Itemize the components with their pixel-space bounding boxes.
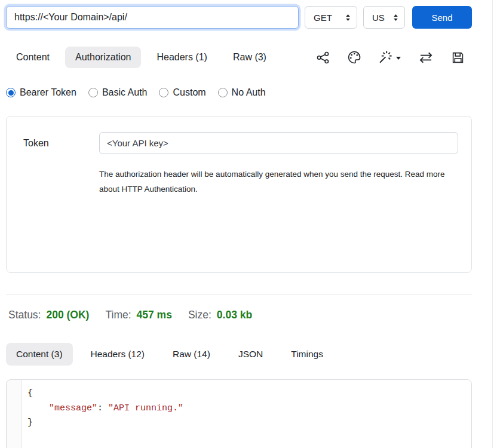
toolbar xyxy=(316,50,472,65)
token-input[interactable] xyxy=(99,132,458,154)
response-status-row: Status: 200 (OK) Time: 457 ms Size: 0.03… xyxy=(6,309,472,321)
radio-unselected-icon xyxy=(159,88,168,97)
status-code: 200 (OK) xyxy=(46,309,89,321)
response-time: 457 ms xyxy=(137,309,172,321)
response-size: 0.03 kb xyxy=(217,309,252,321)
updown-arrows-icon xyxy=(345,14,351,22)
method-select-value: GET xyxy=(314,13,332,23)
save-icon xyxy=(451,51,465,65)
request-tabs: Content Authorization Headers (1) Raw (3… xyxy=(6,47,277,68)
radio-custom[interactable]: Custom xyxy=(159,87,205,98)
radio-unselected-icon xyxy=(218,88,228,97)
swap-arrows-icon xyxy=(418,51,434,64)
scrollbar-track[interactable] xyxy=(492,0,500,448)
request-bar: GET US Send xyxy=(6,6,472,29)
theme-button[interactable] xyxy=(347,50,361,65)
radio-no-auth[interactable]: No Auth xyxy=(218,87,266,98)
updown-arrows-icon xyxy=(393,14,398,22)
save-button[interactable] xyxy=(451,51,465,65)
tab-content[interactable]: Content xyxy=(6,47,60,68)
auth-help-text: The authorization header will be automat… xyxy=(99,167,458,197)
tab-headers[interactable]: Headers (1) xyxy=(146,47,217,68)
auth-options: Bearer Token Basic Auth Custom No Auth xyxy=(6,87,472,98)
api-tester: GET US Send Content Authorization Header… xyxy=(6,6,472,448)
tab-response-raw[interactable]: Raw (14) xyxy=(162,343,220,366)
chevron-down-icon xyxy=(396,57,401,60)
time-group: Time: 457 ms xyxy=(105,309,171,321)
radio-basic-auth[interactable]: Basic Auth xyxy=(88,87,148,98)
authorization-panel: Token The authorization header will be a… xyxy=(6,116,472,273)
send-button[interactable]: Send xyxy=(412,6,472,29)
size-group: Size: 0.03 kb xyxy=(188,309,252,321)
tab-response-json[interactable]: JSON xyxy=(228,343,273,366)
share-icon xyxy=(316,51,330,65)
divider xyxy=(6,294,472,294)
radio-unselected-icon xyxy=(88,88,98,97)
response-tabs: Content (3) Headers (12) Raw (14) JSON T… xyxy=(6,343,472,366)
tab-raw[interactable]: Raw (3) xyxy=(223,47,277,68)
palette-icon xyxy=(347,50,361,65)
radio-bearer-token[interactable]: Bearer Token xyxy=(6,87,76,98)
magic-wand-icon xyxy=(379,50,393,65)
token-row: Token xyxy=(23,132,458,154)
tab-response-headers[interactable]: Headers (12) xyxy=(81,343,155,366)
radio-selected-icon xyxy=(6,88,16,97)
request-tabs-row: Content Authorization Headers (1) Raw (3… xyxy=(6,47,472,68)
region-select-value: US xyxy=(372,13,385,23)
tab-response-timings[interactable]: Timings xyxy=(281,343,333,366)
status-group: Status: 200 (OK) xyxy=(8,309,89,321)
magic-menu-button[interactable] xyxy=(379,50,401,65)
code-area: { "message": "API running." } xyxy=(22,380,471,448)
swap-requests-button[interactable] xyxy=(418,51,434,64)
json-value: "API running." xyxy=(108,403,183,413)
url-input[interactable] xyxy=(6,6,299,29)
tab-response-content[interactable]: Content (3) xyxy=(6,343,73,366)
region-select[interactable]: US xyxy=(363,6,405,29)
json-key: "message" xyxy=(49,403,97,413)
token-label: Token xyxy=(23,138,99,149)
method-select[interactable]: GET xyxy=(305,6,357,29)
response-json: { "message": "API running." } xyxy=(27,386,471,431)
tab-authorization[interactable]: Authorization xyxy=(65,47,141,68)
share-button[interactable] xyxy=(316,51,330,65)
response-body-panel: { "message": "API running." } xyxy=(6,379,472,448)
